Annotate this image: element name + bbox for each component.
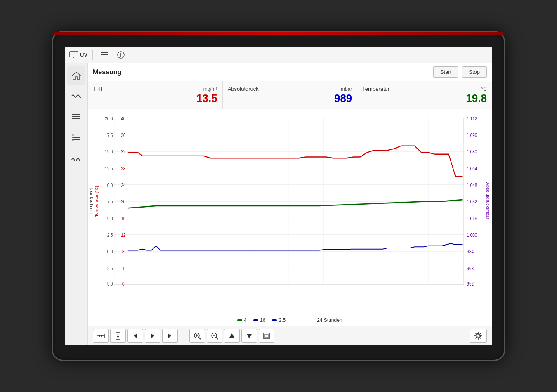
legend-time: 24 Stunden xyxy=(317,317,342,323)
svg-text:-5.0: -5.0 xyxy=(106,281,113,287)
sidebar-item-wave2[interactable] xyxy=(67,149,85,167)
svg-text:1,112: 1,112 xyxy=(467,116,477,121)
svg-marker-8 xyxy=(72,72,80,79)
arrow-left-icon xyxy=(132,333,139,339)
svg-text:12: 12 xyxy=(121,232,125,238)
svg-marker-82 xyxy=(117,336,119,338)
svg-text:10.0: 10.0 xyxy=(105,182,113,188)
pan-down-button[interactable] xyxy=(241,329,257,343)
svg-marker-95 xyxy=(247,334,252,338)
svg-text:16: 16 xyxy=(121,216,125,221)
measurement-temp: Temperatur °C 19.8 xyxy=(357,81,492,109)
svg-text:1,048: 1,048 xyxy=(467,182,477,188)
legend-color-16 xyxy=(253,319,258,321)
start-button[interactable]: Start xyxy=(433,66,458,78)
svg-text:1,016: 1,016 xyxy=(467,216,477,221)
zoom-out-button[interactable] xyxy=(207,329,222,343)
svg-text:0.0: 0.0 xyxy=(107,249,113,255)
svg-point-17 xyxy=(72,139,74,141)
tht-value: 13.5 xyxy=(93,92,217,105)
jump-end-icon xyxy=(167,333,173,339)
svg-marker-94 xyxy=(229,333,234,338)
temp-unit: °C xyxy=(481,86,487,92)
svg-text:7.5: 7.5 xyxy=(107,199,113,205)
svg-point-16 xyxy=(72,137,74,138)
sidebar-item-menu[interactable] xyxy=(67,108,85,126)
zoom-toolbar-group xyxy=(189,329,274,343)
legend-item-4: 4 xyxy=(237,317,247,323)
fit-all-icon xyxy=(263,332,270,340)
settings-icon xyxy=(474,332,482,340)
fit-vertical-button[interactable] xyxy=(110,329,126,343)
menu-icon-btn[interactable] xyxy=(98,48,111,61)
sidebar-item-wave[interactable] xyxy=(67,87,85,105)
list-icon xyxy=(72,134,80,141)
svg-text:2.5: 2.5 xyxy=(107,232,113,238)
arrow-right-button[interactable] xyxy=(145,329,160,343)
screen: UV i xyxy=(65,47,492,345)
svg-point-15 xyxy=(72,134,74,136)
svg-text:40: 40 xyxy=(121,116,125,121)
pan-up-button[interactable] xyxy=(224,329,240,343)
druck-value: 989 xyxy=(228,92,352,105)
sidebar xyxy=(65,63,88,345)
svg-text:THT[mg/m³]: THT[mg/m³] xyxy=(89,188,93,215)
tht-label: THT xyxy=(93,86,103,92)
zoom-in-button[interactable] xyxy=(189,329,205,343)
measurements-row: THT mg/m³ 13.5 Absolutdruck mbar 989 xyxy=(88,81,492,109)
wave2-icon xyxy=(71,155,81,161)
divider xyxy=(92,50,93,60)
svg-text:Absolutdruck[mbar]: Absolutdruck[mbar] xyxy=(486,182,490,221)
fit-h-icon xyxy=(97,333,105,339)
svg-rect-0 xyxy=(70,52,78,57)
svg-marker-85 xyxy=(168,333,171,338)
svg-text:1,080: 1,080 xyxy=(467,149,477,155)
svg-text:36: 36 xyxy=(121,132,125,138)
arrow-right-icon xyxy=(149,333,156,339)
chart-svg: 20.0 17.5 15.0 12.5 10.0 7.5 5.0 2.5 0.0… xyxy=(88,113,492,312)
temp-label: Temperatur xyxy=(362,86,389,92)
info-icon-btn[interactable]: i xyxy=(114,48,127,61)
svg-text:12.5: 12.5 xyxy=(105,166,113,171)
svg-line-92 xyxy=(216,337,218,339)
fit-all-button[interactable] xyxy=(259,329,274,343)
content-area: Messung Start Stop THT mg/m³ 13.5 xyxy=(88,63,492,345)
druck-unit: mbar xyxy=(341,86,352,92)
monitor-icon xyxy=(69,51,78,58)
svg-text:-2.5: -2.5 xyxy=(106,266,113,271)
jump-end-button[interactable] xyxy=(162,329,178,343)
fit-horizontal-button[interactable] xyxy=(93,329,109,343)
legend-label-25: 2.5 xyxy=(278,317,286,323)
pan-up-icon xyxy=(229,333,235,339)
stop-button[interactable]: Stop xyxy=(462,66,487,78)
legend-label-16: 16 xyxy=(260,317,265,323)
svg-text:952: 952 xyxy=(467,281,474,287)
main-content: Messung Start Stop THT mg/m³ 13.5 xyxy=(65,63,492,345)
pan-down-icon xyxy=(246,333,253,339)
svg-text:8: 8 xyxy=(122,249,125,255)
zoom-out-icon xyxy=(211,332,218,340)
svg-text:0: 0 xyxy=(122,281,125,287)
svg-text:1,032: 1,032 xyxy=(467,199,477,205)
arrow-left-button[interactable] xyxy=(127,329,143,343)
legend-color-4 xyxy=(237,319,242,321)
svg-text:968: 968 xyxy=(467,266,474,271)
header-row: Messung Start Stop xyxy=(88,63,492,81)
legend-item-16: 16 xyxy=(253,317,265,323)
sidebar-item-list[interactable] xyxy=(67,128,85,146)
svg-marker-76 xyxy=(99,335,100,337)
menu-lines-icon xyxy=(72,113,80,120)
tht-unit: mg/m³ xyxy=(203,86,217,92)
svg-marker-77 xyxy=(101,335,103,337)
brand: UV xyxy=(69,51,87,58)
sidebar-item-home[interactable] xyxy=(67,66,85,85)
svg-text:28: 28 xyxy=(121,166,125,171)
page-title: Messung xyxy=(93,68,430,76)
svg-text:1,000: 1,000 xyxy=(467,232,477,238)
svg-marker-83 xyxy=(134,333,137,338)
svg-text:Temperatur [°C]: Temperatur [°C] xyxy=(94,186,99,217)
svg-text:5.0: 5.0 xyxy=(107,216,113,221)
svg-text:17.5: 17.5 xyxy=(105,132,113,138)
svg-line-88 xyxy=(199,337,201,339)
settings-button[interactable] xyxy=(470,329,487,343)
